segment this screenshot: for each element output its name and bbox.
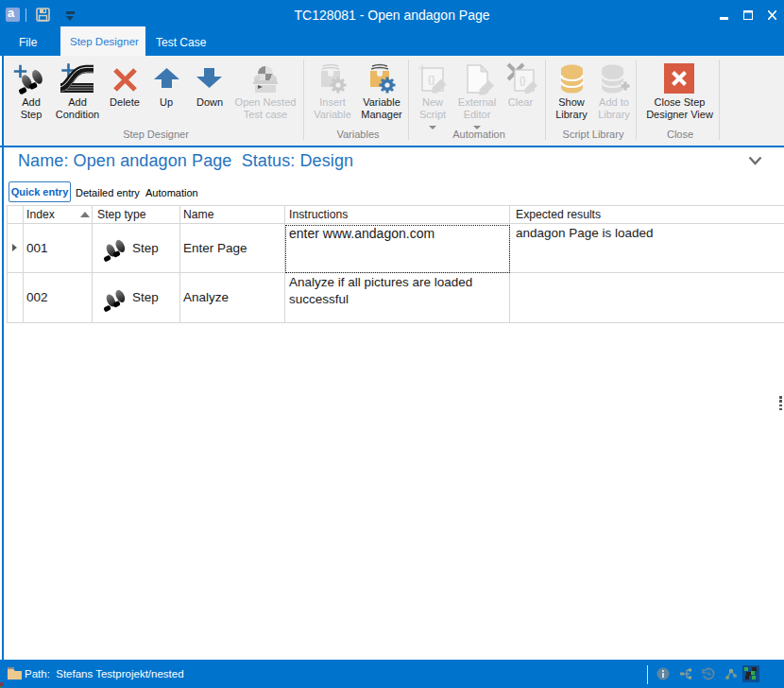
svg-text:{}: {} [520,76,526,86]
svg-text:{}: {} [428,74,435,85]
